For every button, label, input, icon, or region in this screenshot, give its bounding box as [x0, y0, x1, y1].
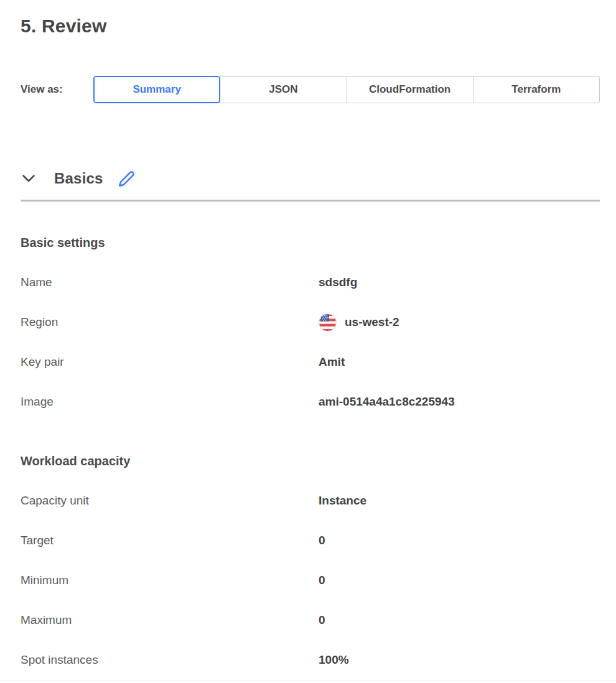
row-value-text: sdsdfg: [319, 276, 357, 289]
edit-pencil-icon[interactable]: [118, 170, 136, 187]
row-label: Image: [21, 395, 319, 409]
row-value: Amit: [319, 355, 345, 369]
summary-row: Region: [21, 302, 600, 342]
tab-label: Terraform: [511, 83, 561, 96]
row-value: Instance: [319, 494, 366, 508]
summary-groups: Basic settings Name sdsdfg Region: [21, 235, 600, 680]
section-title: Basics: [54, 170, 103, 187]
page-title: 5. Review: [21, 15, 600, 37]
row-value-text: 0: [319, 534, 325, 547]
row-label: Name: [21, 276, 319, 289]
view-as-tab-group: Summary JSON CloudFormation Terraform: [93, 76, 600, 103]
summary-group: Workload capacity Capacity unit Instance…: [21, 453, 600, 680]
view-as-row: View as: Summary JSON CloudFormation Ter…: [21, 76, 600, 103]
summary-row: Minimum 0: [21, 560, 600, 600]
tab-label: Summary: [133, 83, 180, 96]
summary-row: Target 0: [21, 521, 600, 560]
section-divider: [21, 200, 600, 202]
row-value: 100%: [319, 653, 349, 667]
summary-group: Basic settings Name sdsdfg Region: [21, 235, 600, 422]
view-as-label: View as:: [21, 83, 93, 96]
row-label: Target: [21, 534, 319, 547]
review-page: 5. Review View as: Summary JSON CloudFor…: [0, 0, 616, 680]
row-value: us-west-2: [319, 314, 399, 332]
basics-section-header: Basics: [21, 168, 600, 189]
summary-row: Capacity unit Instance: [21, 481, 600, 521]
row-label: Key pair: [21, 355, 319, 369]
row-value-text: Instance: [319, 494, 366, 508]
row-label: Minimum: [21, 574, 319, 587]
tab-json[interactable]: JSON: [220, 76, 347, 103]
row-value-text: ami-0514a4a1c8c225943: [319, 395, 455, 409]
summary-row: Spot instances 100%: [21, 640, 600, 680]
tab-cloudformation[interactable]: CloudFormation: [347, 76, 474, 103]
group-title: Basic settings: [21, 235, 600, 251]
group-title: Workload capacity: [21, 453, 600, 469]
row-label: Maximum: [21, 613, 319, 627]
summary-row: Key pair Amit: [21, 342, 600, 382]
row-value: sdsdfg: [319, 276, 357, 289]
row-label: Capacity unit: [21, 494, 319, 508]
row-value: 0: [319, 613, 325, 627]
row-value: 0: [319, 534, 325, 547]
row-value: ami-0514a4a1c8c225943: [319, 395, 455, 409]
tab-label: CloudFormation: [369, 83, 450, 96]
row-label: Spot instances: [21, 653, 319, 667]
row-value-text: Amit: [319, 355, 345, 369]
tab-label: JSON: [269, 83, 297, 96]
row-value-text: us-west-2: [345, 315, 399, 329]
summary-row: Name sdsdfg: [21, 263, 600, 302]
chevron-down-icon[interactable]: [21, 170, 37, 187]
bottom-divider: [0, 680, 616, 681]
row-value-text: 0: [319, 574, 325, 587]
row-value-text: 0: [319, 613, 325, 627]
tab-terraform[interactable]: Terraform: [473, 76, 600, 103]
summary-row: Image ami-0514a4a1c8c225943: [21, 382, 600, 422]
summary-row: Maximum 0: [21, 600, 600, 640]
tab-summary[interactable]: Summary: [93, 76, 220, 103]
row-value-text: 100%: [319, 653, 349, 667]
us-flag-icon: [319, 314, 337, 332]
row-value: 0: [319, 574, 325, 587]
row-label: Region: [21, 315, 319, 329]
group-rows: Capacity unit Instance Target 0 Minimum …: [21, 481, 600, 680]
group-rows: Name sdsdfg Region: [21, 263, 600, 422]
